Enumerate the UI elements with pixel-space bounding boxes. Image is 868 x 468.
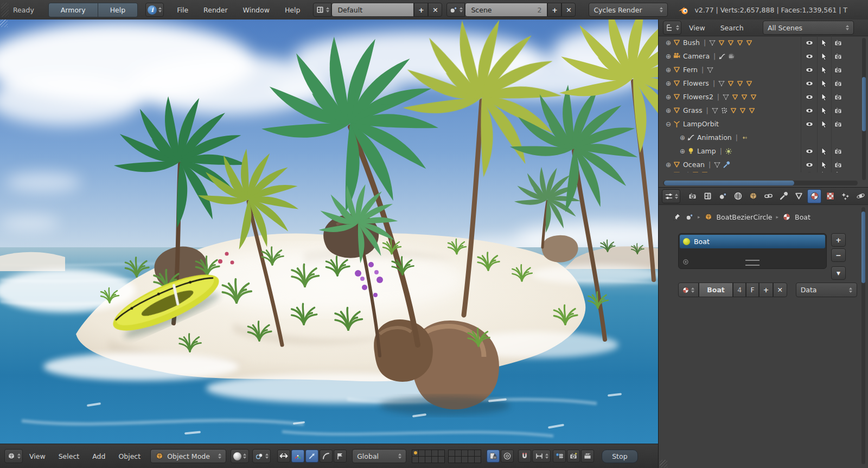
outliner-row-lamp[interactable]: ⊕Lamp| <box>659 144 868 158</box>
restrict-render-toggle[interactable] <box>834 171 843 172</box>
layer-cell[interactable] <box>475 450 481 456</box>
properties-vertical-scrollbar[interactable] <box>861 207 865 464</box>
restrict-view-toggle[interactable] <box>805 93 814 101</box>
layer-cell[interactable] <box>475 457 481 463</box>
restrict-render-toggle[interactable] <box>834 161 843 169</box>
outliner-row-fern[interactable]: ⊕Fern| <box>659 63 868 76</box>
close-scene-button[interactable]: ✕ <box>561 3 576 17</box>
restrict-select-toggle[interactable] <box>820 79 828 88</box>
plus-circle-icon[interactable] <box>682 259 689 265</box>
snap-target-button[interactable] <box>553 450 566 463</box>
material-name-field[interactable]: Boat <box>699 283 733 297</box>
menu-object[interactable]: Object <box>112 452 147 460</box>
layer-cell[interactable] <box>468 457 474 463</box>
outliner-item-label[interactable]: Bush <box>683 39 700 47</box>
menu-render[interactable]: Render <box>196 6 235 14</box>
add-scene-button[interactable]: + <box>547 3 561 17</box>
translate-manipulator-button[interactable] <box>291 450 304 463</box>
armory-play-button[interactable]: Armory <box>48 3 98 17</box>
expand-toggle-icon[interactable]: ⊕ <box>678 134 687 142</box>
tab-render[interactable] <box>686 190 699 203</box>
tab-object[interactable] <box>746 190 760 203</box>
restrict-render-toggle[interactable] <box>834 39 843 47</box>
unlink-material-button[interactable]: ✕ <box>773 283 787 297</box>
expand-toggle-icon[interactable]: ⊖ <box>664 120 673 128</box>
menu-view[interactable]: View <box>23 452 52 460</box>
restrict-view-toggle[interactable] <box>805 161 814 169</box>
add-layout-button[interactable]: + <box>414 3 428 17</box>
layer-cell[interactable] <box>438 450 444 456</box>
menu-file[interactable]: File <box>169 6 196 14</box>
expand-toggle-icon[interactable]: ⊕ <box>664 53 673 60</box>
restrict-render-toggle[interactable] <box>834 79 843 88</box>
restrict-select-toggle[interactable] <box>820 161 828 169</box>
restrict-render-toggle[interactable] <box>834 93 843 101</box>
layer-cell[interactable] <box>438 457 444 463</box>
menu-select[interactable]: Select <box>52 452 86 460</box>
pivot-point-select[interactable] <box>252 449 271 463</box>
slot-specials-button[interactable]: ▼ <box>831 266 846 280</box>
expand-toggle-icon[interactable]: ⊕ <box>678 148 687 155</box>
outliner-item-label[interactable]: Flowers2 <box>683 93 713 101</box>
tab-material[interactable] <box>807 189 821 203</box>
outliner-menu-search[interactable]: Search <box>713 24 751 32</box>
outliner-row-flowers2[interactable]: ⊕Flowers2| <box>659 90 868 104</box>
outliner-item-label[interactable]: Fern <box>683 66 698 74</box>
expand-toggle-icon[interactable]: ⊕ <box>664 107 673 114</box>
transform-orientation-select[interactable]: Global <box>352 449 406 463</box>
outliner-menu-view[interactable]: View <box>681 24 713 32</box>
close-layout-button[interactable]: ✕ <box>428 3 442 17</box>
tab-object-data[interactable] <box>792 190 805 203</box>
opengl-render-button[interactable] <box>567 450 580 463</box>
outliner-row-clipped[interactable]: ⊕| <box>659 171 868 172</box>
outliner-item-label[interactable]: Animation <box>697 133 732 142</box>
layer-cell[interactable] <box>462 457 468 463</box>
outliner-row-ocean[interactable]: ⊕Ocean| <box>659 158 868 171</box>
restrict-view-toggle[interactable] <box>805 171 814 172</box>
restrict-render-toggle[interactable] <box>834 147 843 156</box>
add-slot-button[interactable]: + <box>831 233 846 247</box>
expand-toggle-icon[interactable]: ⊕ <box>664 161 673 169</box>
layer-cell[interactable] <box>432 450 438 456</box>
outliner-row-animation[interactable]: ⊕Animation| <box>659 131 868 144</box>
restrict-view-toggle[interactable] <box>805 52 814 61</box>
outliner-item-label[interactable]: Ocean <box>683 161 705 169</box>
restrict-view-toggle[interactable] <box>805 79 814 88</box>
snap-element-select[interactable] <box>532 450 551 463</box>
scale-manipulator-button[interactable] <box>320 450 333 463</box>
restrict-select-toggle[interactable] <box>820 66 828 74</box>
outliner-item-label[interactable]: Camera <box>683 52 710 60</box>
restrict-render-toggle[interactable] <box>834 106 843 115</box>
screen-layout-browser[interactable] <box>313 3 331 17</box>
outliner-vertical-scrollbar[interactable] <box>862 38 866 180</box>
extra-manipulator-button[interactable] <box>334 450 347 463</box>
fake-user-button[interactable]: F <box>746 283 759 297</box>
material-link-select[interactable]: Data <box>796 283 857 297</box>
opengl-animation-button[interactable] <box>581 450 594 463</box>
restrict-render-toggle[interactable] <box>834 120 843 129</box>
layer-cell[interactable] <box>412 457 418 463</box>
restrict-select-toggle[interactable] <box>820 39 828 47</box>
restrict-select-toggle[interactable] <box>820 52 828 61</box>
restrict-select-toggle[interactable] <box>820 147 828 156</box>
restrict-view-toggle[interactable] <box>805 106 814 115</box>
restrict-render-toggle[interactable] <box>834 66 843 74</box>
layer-cell[interactable] <box>419 457 425 463</box>
menu-add[interactable]: Add <box>86 452 112 460</box>
expand-toggle-icon[interactable]: ⊕ <box>664 171 673 172</box>
scene-name-field[interactable]: Scene 2 <box>465 3 547 17</box>
layer-cell[interactable] <box>412 450 418 456</box>
rotate-manipulator-button[interactable] <box>305 450 318 463</box>
outliner-row-bush[interactable]: ⊕Bush| <box>659 36 868 49</box>
layer-cell[interactable] <box>455 450 461 456</box>
material-users-count[interactable]: 4 <box>733 283 746 297</box>
expand-toggle-icon[interactable]: ⊕ <box>664 66 673 74</box>
outliner-item-label[interactable]: Lamp <box>697 147 716 155</box>
layer-cell[interactable] <box>425 450 431 456</box>
tab-physics[interactable] <box>854 190 867 203</box>
restrict-view-toggle[interactable] <box>805 39 814 47</box>
lock-to-scene-toggle[interactable] <box>487 450 500 463</box>
restrict-select-toggle[interactable] <box>820 93 828 101</box>
breadcrumb-object-name[interactable]: BoatBezierCircle <box>717 213 773 221</box>
outliner-item-label[interactable]: Grass <box>683 106 703 114</box>
